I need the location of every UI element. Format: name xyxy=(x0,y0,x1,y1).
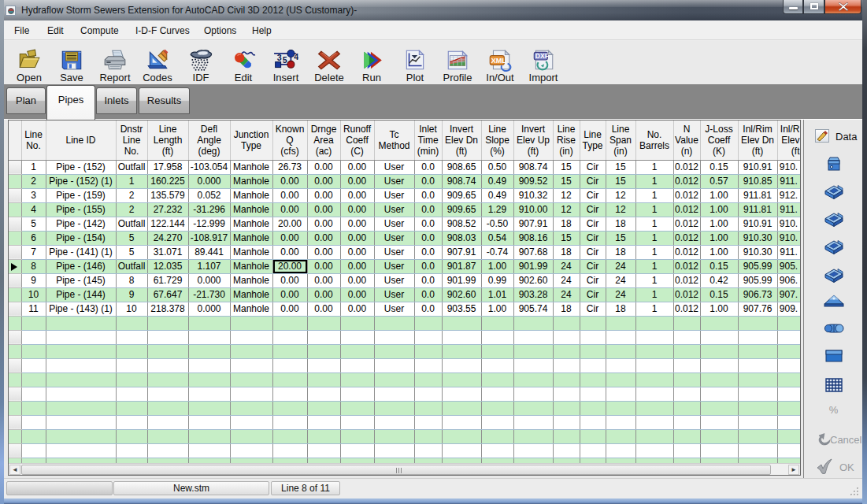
svg-text:5: 5 xyxy=(283,55,287,65)
svg-text:4: 4 xyxy=(294,53,298,62)
svg-text:DXF: DXF xyxy=(535,52,549,60)
svg-text:3: 3 xyxy=(277,53,282,62)
svg-text:XML: XML xyxy=(491,57,507,65)
